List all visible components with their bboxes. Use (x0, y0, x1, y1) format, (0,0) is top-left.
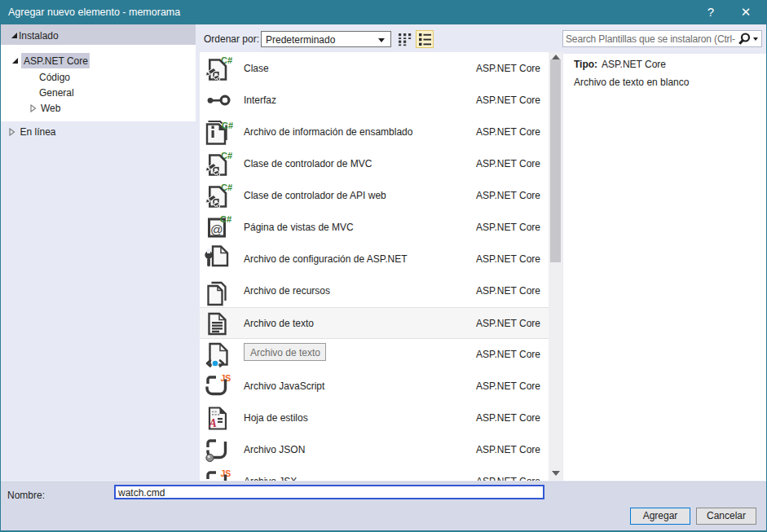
svg-text:C#: C# (220, 213, 231, 223)
svg-text:A: A (209, 416, 217, 429)
svg-text:C#: C# (222, 121, 233, 130)
svg-text:@: @ (210, 222, 223, 235)
